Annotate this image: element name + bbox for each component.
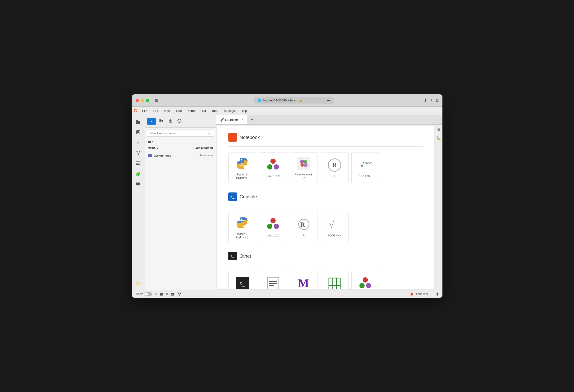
- svg-line-5: [137, 153, 138, 154]
- sidebar-ip-button[interactable]: IP: [133, 138, 143, 147]
- kernel-card-julia-console[interactable]: Julia 1.10.2: [259, 212, 287, 242]
- svg-text:⚙: ⚙: [171, 294, 173, 295]
- svg-point-43: [366, 283, 371, 288]
- sidebar-files-button[interactable]: [133, 117, 143, 126]
- svg-point-15: [241, 159, 242, 160]
- sidebar-git-button[interactable]: [133, 148, 143, 158]
- kernel-card-python3-console[interactable]: Python 3(ipykernel): [228, 212, 256, 242]
- icon-sidebar: IP 🧩: [132, 115, 145, 290]
- kernel-card-root-notebook[interactable]: √ ROOT ROOT C++: [351, 152, 379, 183]
- maximize-button[interactable]: [146, 99, 149, 102]
- list-item[interactable]: assignments 5 hours ago: [145, 151, 216, 159]
- close-button[interactable]: [136, 99, 139, 102]
- new-launcher-button[interactable]: +: [147, 118, 156, 125]
- sidebar-running-button[interactable]: [133, 127, 143, 137]
- file-search-input[interactable]: [149, 132, 206, 135]
- svg-point-50: [179, 294, 180, 295]
- sidebar-right-button[interactable]: ⧉: [436, 98, 439, 103]
- kernel-name-r-notebook: R: [334, 175, 335, 178]
- kernel-card-root-console[interactable]: √ ROOT C++: [321, 212, 348, 242]
- notebook-kernels-grid: Python 3(ipykernel) Julia: [228, 152, 423, 183]
- folder-icon: [148, 140, 151, 143]
- share-button[interactable]: ⬆: [424, 98, 427, 103]
- svg-point-48: [178, 293, 179, 294]
- menu-file[interactable]: File: [140, 108, 149, 114]
- kernel-card-csv[interactable]: CSV File: [321, 271, 348, 289]
- svg-point-30: [274, 224, 279, 229]
- settings-right-button[interactable]: ⚙: [436, 126, 441, 133]
- sidebar-toc-button[interactable]: [133, 159, 143, 168]
- status-counter1: 0: [155, 293, 157, 296]
- folder-item-icon: [148, 153, 152, 157]
- status-icon1: $: [160, 292, 163, 296]
- new-folder-button[interactable]: [158, 117, 165, 126]
- svg-point-21: [304, 160, 307, 163]
- sidebar-toggle-button[interactable]: ⊞: [154, 97, 159, 104]
- toggle-knob: [145, 293, 148, 295]
- kernel-status-dot: [410, 293, 413, 295]
- notebook-section-header: 🔖 Notebook: [228, 133, 423, 142]
- sidebar-magic-button[interactable]: ✨: [133, 279, 143, 288]
- menu-tabs[interactable]: Tabs: [209, 108, 220, 114]
- kernel-name-root-notebook: ROOT C++: [359, 175, 372, 178]
- simple-toggle[interactable]: [144, 292, 152, 296]
- kernel-card-julia-notebook[interactable]: Julia 1.10.2: [259, 152, 287, 183]
- sidebar-extensions-button[interactable]: 🧩: [133, 169, 143, 178]
- minimize-button[interactable]: [141, 99, 144, 102]
- upload-button[interactable]: [166, 117, 174, 126]
- app-window: ⊞ ‹ 🌐 jhub-let-04-23586.ethz.ch 🔒 ••• ⬆ …: [132, 94, 442, 298]
- refresh-button[interactable]: [176, 117, 183, 126]
- svg-rect-8: [136, 163, 139, 164]
- other-section-header: $_ Other: [228, 252, 423, 260]
- kernel-card-textfile[interactable]: Text File: [259, 271, 287, 289]
- menu-help[interactable]: Help: [238, 108, 249, 114]
- kernel-card-julia-file[interactable]: Julia File: [351, 271, 379, 289]
- menu-kernel[interactable]: Kernel: [185, 108, 199, 114]
- debug-button[interactable]: 🐛: [435, 135, 442, 141]
- menu-git[interactable]: Git: [200, 108, 208, 114]
- kernel-card-r-notebook[interactable]: R R: [321, 152, 348, 183]
- breadcrumb-path: /: [152, 140, 153, 143]
- julia-logo: [266, 157, 281, 173]
- svg-point-16: [243, 166, 244, 167]
- simple-mode: Simple: [135, 292, 152, 296]
- statusbar: Simple 0 $ 0 ⚙ Launcher 0: [132, 290, 442, 298]
- kernel-card-r-console[interactable]: R R: [290, 212, 318, 242]
- status-counter2: 0: [166, 293, 168, 296]
- titlebar-actions: ⬆ + ⧉: [424, 98, 439, 103]
- bell-icon: [435, 292, 440, 296]
- status-git-icon: [177, 292, 182, 296]
- menu-view[interactable]: View: [161, 108, 173, 114]
- sidebar-chat-button[interactable]: [133, 179, 143, 189]
- kernel-card-pluto-notebook[interactable]: Pluto Notebook[↗]: [290, 152, 318, 183]
- menu-settings[interactable]: Settings: [222, 108, 237, 114]
- svg-point-26: [241, 218, 242, 220]
- menu-edit[interactable]: Edit: [150, 108, 160, 114]
- url-display[interactable]: 🌐 jhub-let-04-23586.ethz.ch 🔒 •••: [254, 97, 334, 104]
- kernel-card-python3-notebook[interactable]: Python 3(ipykernel): [228, 152, 256, 183]
- tab-launcher[interactable]: 🚀 Launcher ✕: [216, 115, 248, 124]
- terminal-icon: $_: [236, 277, 249, 289]
- svg-point-20: [300, 160, 304, 164]
- other-section-title: Other: [240, 254, 251, 259]
- kernel-card-markdown[interactable]: M Markdown File: [290, 271, 318, 289]
- svg-point-41: [363, 277, 368, 283]
- back-button[interactable]: ‹: [161, 97, 164, 104]
- status-bell-count: 0: [431, 293, 432, 296]
- modified-column-header: Last Modified: [194, 146, 213, 150]
- new-tab-button[interactable]: +: [430, 98, 433, 103]
- url-text: jhub-let-04-23586.ethz.ch: [263, 98, 297, 102]
- markdown-logo: M: [296, 276, 311, 289]
- notebook-section-icon: 🔖: [228, 133, 237, 142]
- notebook-divider: [228, 146, 423, 147]
- file-search-bar[interactable]: [147, 130, 214, 137]
- menu-run[interactable]: Run: [174, 108, 184, 114]
- new-tab-button[interactable]: +: [248, 115, 256, 124]
- notebook-section-title: Notebook: [240, 135, 260, 140]
- kernel-card-terminal[interactable]: $_ Terminal: [228, 271, 256, 289]
- status-launcher-label: Launcher: [416, 293, 428, 296]
- other-kernels-grid: $_ Terminal: [228, 271, 423, 289]
- tab-close-button[interactable]: ✕: [241, 118, 244, 121]
- svg-rect-1: [138, 132, 139, 133]
- svg-point-17: [270, 159, 276, 164]
